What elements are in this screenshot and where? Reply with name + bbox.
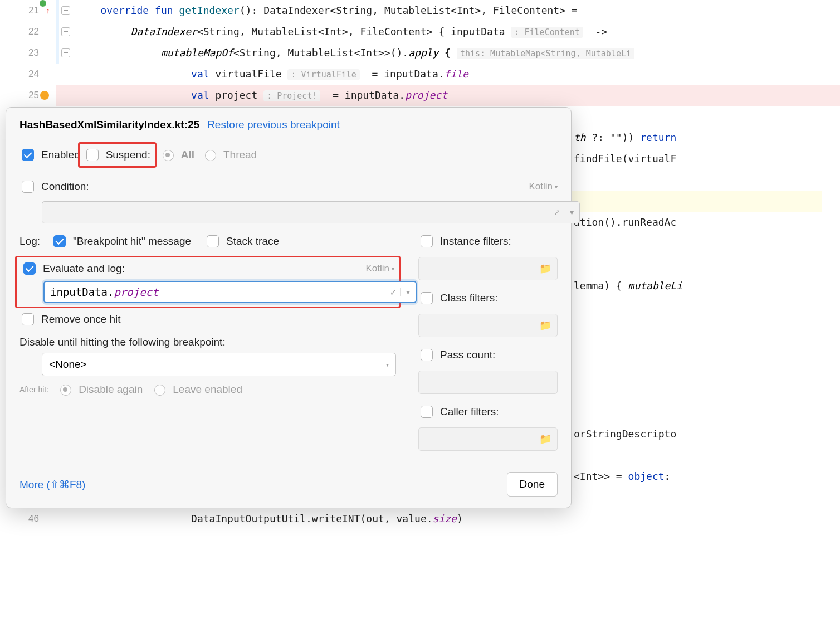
remove-checkbox[interactable]: Remove once hit bbox=[19, 312, 121, 327]
disable-until-label: Disable until hitting the following brea… bbox=[19, 336, 396, 348]
fold-icon[interactable] bbox=[61, 27, 70, 36]
code-line-46[interactable]: 46 DataInputOutputUtil.writeINT(out, val… bbox=[0, 508, 840, 529]
restore-link[interactable]: Restore previous breakpoint bbox=[207, 119, 340, 131]
expand-icon[interactable]: ⤢ bbox=[554, 208, 560, 217]
condition-input[interactable] bbox=[48, 206, 550, 219]
suspend-thread-radio-input[interactable] bbox=[205, 150, 216, 161]
caller-filters-field[interactable]: 📁 bbox=[418, 427, 558, 451]
pass-count-checkbox[interactable]: Pass count: bbox=[418, 347, 495, 363]
gutter[interactable]: 21 ↑ bbox=[0, 0, 56, 21]
enabled-checkbox[interactable]: Enabled bbox=[19, 147, 80, 163]
condition-field[interactable]: ⤢ ▾ bbox=[42, 201, 580, 223]
remove-checkbox-input[interactable] bbox=[22, 313, 34, 325]
suspend-all-radio-input[interactable] bbox=[163, 150, 174, 161]
bp-hit-checkbox-input[interactable] bbox=[53, 235, 66, 247]
caller-filters-checkbox-input[interactable] bbox=[421, 406, 433, 418]
expand-icon[interactable]: ⤢ bbox=[390, 288, 397, 296]
eval-highlight: Evaluate and log: Kotlin▾ inputData.proj… bbox=[15, 256, 401, 308]
suspend-checkbox-input[interactable] bbox=[86, 149, 99, 161]
fold-icon[interactable] bbox=[61, 6, 70, 15]
folder-icon[interactable]: 📁 bbox=[539, 319, 551, 332]
pass-count-field[interactable] bbox=[418, 371, 558, 394]
code-fragment: findFile(virtualF bbox=[574, 148, 682, 169]
done-button[interactable]: Done bbox=[507, 472, 558, 497]
suspend-all-radio[interactable]: All bbox=[160, 148, 194, 161]
stack-checkbox[interactable]: Stack trace bbox=[204, 234, 279, 249]
code-text[interactable]: override fun getIndexer(): DataIndexer<S… bbox=[71, 0, 578, 21]
suspend-highlight: Suspend: bbox=[78, 142, 157, 168]
after-hit-label: After hit: bbox=[19, 385, 48, 394]
chevron-down-icon: ▾ bbox=[386, 362, 389, 368]
run-marker-icon[interactable]: ↑ bbox=[39, 0, 50, 21]
class-filters-checkbox-input[interactable] bbox=[421, 292, 433, 304]
chevron-down-icon[interactable]: ▾ bbox=[400, 288, 410, 296]
condition-language[interactable]: Kotlin▾ bbox=[529, 181, 558, 192]
code-line-21[interactable]: 21 ↑ override fun getIndexer(): DataInde… bbox=[0, 0, 840, 21]
code-fragment: lemma) { mutableLi bbox=[574, 275, 682, 296]
class-filters-field[interactable]: 📁 bbox=[418, 314, 558, 337]
suspend-thread-radio[interactable]: Thread bbox=[202, 148, 257, 161]
more-link[interactable]: More (⇧⌘F8) bbox=[19, 478, 85, 491]
condition-checkbox-input[interactable] bbox=[22, 181, 34, 193]
bp-hit-checkbox[interactable]: "Breakpoint hit" message bbox=[51, 234, 191, 249]
instance-filters-checkbox-input[interactable] bbox=[421, 235, 433, 247]
code-fragment: orStringDescripto bbox=[574, 424, 682, 445]
type-hint: : FileContent bbox=[511, 27, 583, 38]
code-line-24[interactable]: 24 val virtualFile : VirtualFile = input… bbox=[0, 64, 840, 85]
breakpoint-icon[interactable] bbox=[39, 91, 50, 100]
instance-filters-checkbox[interactable]: Instance filters: bbox=[418, 234, 511, 249]
code-fragment: th ?: "")) return bbox=[574, 127, 682, 148]
disable-until-select[interactable]: <None> ▾ bbox=[42, 353, 396, 376]
suspend-checkbox[interactable]: Suspend: bbox=[84, 147, 150, 163]
leave-enabled-radio[interactable]: Leave enabled bbox=[152, 383, 242, 396]
code-line-23[interactable]: 23 mutableMapOf<String, MutableList<Int>… bbox=[0, 42, 840, 64]
enabled-checkbox-input[interactable] bbox=[22, 149, 34, 161]
disable-again-radio-input[interactable] bbox=[60, 385, 71, 396]
eval-language[interactable]: Kotlin▾ bbox=[365, 263, 394, 274]
log-label: Log: bbox=[19, 235, 40, 247]
code-line-22[interactable]: 22 DataIndexer<String, MutableList<Int>,… bbox=[0, 21, 840, 42]
instance-filters-field[interactable]: 📁 bbox=[418, 257, 558, 280]
eval-checkbox[interactable]: Evaluate and log: bbox=[21, 261, 125, 276]
condition-checkbox[interactable]: Condition: bbox=[19, 179, 89, 194]
chevron-down-icon[interactable]: ▾ bbox=[564, 208, 574, 217]
eval-field[interactable]: inputData.project ⤢ ▾ bbox=[43, 281, 417, 303]
stack-checkbox-input[interactable] bbox=[207, 235, 219, 247]
type-hint: this: MutableMap<String, MutableLi bbox=[457, 48, 634, 59]
disable-again-radio[interactable]: Disable again bbox=[57, 383, 143, 396]
pass-count-checkbox-input[interactable] bbox=[421, 349, 433, 361]
eval-checkbox-input[interactable] bbox=[23, 262, 36, 275]
change-bar bbox=[56, 0, 59, 21]
leave-enabled-radio-input[interactable] bbox=[154, 385, 165, 396]
code-editor[interactable]: 21 ↑ override fun getIndexer(): DataInde… bbox=[0, 0, 840, 106]
type-hint: : Project! bbox=[263, 90, 320, 101]
folder-icon[interactable]: 📁 bbox=[539, 262, 551, 275]
eval-input[interactable]: inputData.project bbox=[50, 286, 158, 298]
class-filters-checkbox[interactable]: Class filters: bbox=[418, 290, 497, 306]
code-fragment: ation().runReadAc bbox=[574, 212, 682, 233]
breakpoint-title: HashBasedXmlSimilarityIndex.kt:25 bbox=[19, 119, 199, 131]
code-line-25[interactable]: 25 val project : Project! = inputData.pr… bbox=[0, 85, 840, 106]
caller-filters-checkbox[interactable]: Caller filters: bbox=[418, 404, 499, 420]
type-hint: : VirtualFile bbox=[287, 69, 359, 80]
fold-icon[interactable] bbox=[61, 48, 70, 57]
code-fragment: <Int>> = object: bbox=[574, 466, 682, 487]
breakpoint-popup: HashBasedXmlSimilarityIndex.kt:25 Restor… bbox=[6, 107, 572, 508]
folder-icon[interactable]: 📁 bbox=[539, 433, 551, 445]
